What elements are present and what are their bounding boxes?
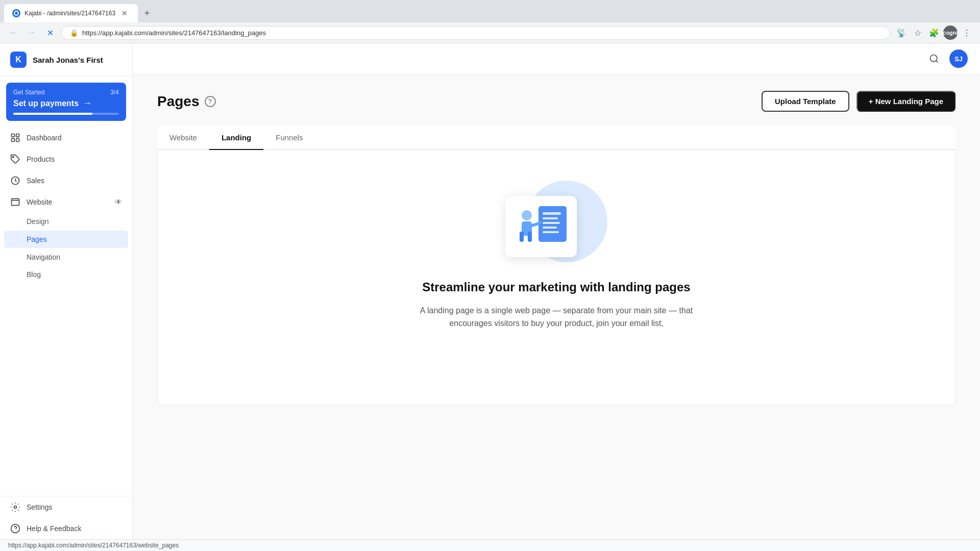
- get-started-label-row: Get Started 3/4: [13, 89, 119, 96]
- progress-bar: [13, 113, 119, 115]
- svg-rect-6: [12, 198, 19, 205]
- svg-point-9: [930, 55, 937, 62]
- user-avatar[interactable]: SJ: [949, 49, 968, 68]
- sidebar-header: K Sarah Jonas's First: [0, 43, 132, 77]
- help-tooltip-icon[interactable]: ?: [205, 96, 216, 107]
- main-content: SJ Pages ? Upload Template + New Landing…: [133, 43, 980, 539]
- design-label: Design: [27, 217, 49, 226]
- sidebar-item-sales[interactable]: Sales: [0, 170, 132, 191]
- app-logo-text: K: [15, 55, 21, 64]
- svg-rect-11: [543, 212, 561, 215]
- sidebar-bottom: Settings Help & Feedback: [0, 496, 132, 539]
- svg-rect-15: [543, 231, 559, 233]
- lock-icon: 🔒: [70, 29, 78, 37]
- sidebar-subitem-pages[interactable]: Pages: [4, 231, 128, 248]
- illustration: [505, 181, 607, 262]
- get-started-action: Set up payments: [13, 99, 79, 108]
- svg-rect-13: [543, 222, 560, 224]
- pages-label: Pages: [27, 235, 47, 243]
- progress-fill: [13, 113, 92, 115]
- blog-label: Blog: [27, 270, 41, 279]
- svg-rect-3: [16, 139, 19, 142]
- sidebar-subitem-blog[interactable]: Blog: [0, 266, 132, 283]
- empty-state-description: A landing page is a single web page — se…: [403, 304, 709, 330]
- svg-rect-18: [520, 232, 524, 242]
- back-button[interactable]: ←: [6, 26, 20, 40]
- empty-state-title: Streamline your marketing with landing p…: [422, 279, 690, 296]
- address-bar[interactable]: 🔒 https://app.kajabi.com/admin/sites/214…: [61, 26, 890, 40]
- sales-label: Sales: [27, 177, 44, 185]
- tabs-content-container: Website Landing Funnels: [157, 126, 955, 405]
- website-sub-nav: Design Pages Navigation Blog: [0, 213, 132, 283]
- sidebar-item-help[interactable]: Help & Feedback: [0, 518, 132, 539]
- svg-rect-1: [16, 134, 19, 137]
- forward-button[interactable]: →: [24, 26, 39, 40]
- bookmark-icon[interactable]: ☆: [911, 26, 925, 40]
- get-started-main: Set up payments →: [13, 98, 119, 109]
- profile-button[interactable]: Incognito: [943, 26, 958, 40]
- sidebar-item-dashboard[interactable]: Dashboard: [0, 127, 132, 148]
- browser-tabs-bar: Kajabi - /admin/sites/2147647163 ✕ +: [0, 0, 980, 22]
- tab-close-icon[interactable]: ✕: [119, 8, 130, 18]
- svg-rect-0: [12, 134, 15, 137]
- sidebar-item-products[interactable]: Products: [0, 148, 132, 170]
- svg-rect-19: [528, 232, 532, 242]
- website-label: Website: [27, 198, 109, 206]
- status-url: https://app.kajabi.com/admin/sites/21476…: [8, 542, 179, 549]
- top-bar: SJ: [133, 43, 980, 74]
- tab-website[interactable]: Website: [157, 126, 209, 150]
- new-landing-page-button[interactable]: + New Landing Page: [856, 91, 955, 112]
- settings-icon: [10, 502, 20, 512]
- browser-chrome: Kajabi - /admin/sites/2147647163 ✕ + ← →…: [0, 0, 980, 43]
- search-button[interactable]: [925, 49, 943, 68]
- empty-state: Streamline your marketing with landing p…: [403, 181, 709, 330]
- content-area: Streamline your marketing with landing p…: [157, 150, 955, 405]
- dashboard-label: Dashboard: [27, 134, 62, 142]
- tab-title: Kajabi - /admin/sites/2147647163: [24, 10, 115, 17]
- app-logo-icon[interactable]: K: [10, 52, 27, 68]
- get-started-banner[interactable]: Get Started 3/4 Set up payments →: [6, 83, 126, 121]
- svg-point-4: [13, 157, 14, 158]
- user-initials: SJ: [954, 55, 963, 63]
- browser-toolbar: ← → ✕ 🔒 https://app.kajabi.com/admin/sit…: [0, 22, 980, 43]
- tab-funnels[interactable]: Funnels: [263, 126, 315, 150]
- dashboard-icon: [10, 133, 20, 143]
- sidebar-scroll: K Sarah Jonas's First Get Started 3/4 Se…: [0, 43, 132, 496]
- get-started-progress: 3/4: [110, 89, 119, 96]
- sidebar: K Sarah Jonas's First Get Started 3/4 Se…: [0, 43, 133, 539]
- landing-illustration-svg: [510, 201, 572, 252]
- reload-button[interactable]: ✕: [43, 26, 57, 40]
- svg-rect-2: [12, 139, 15, 142]
- page-title-row: Pages ?: [157, 93, 216, 110]
- help-icon: [10, 523, 20, 534]
- eye-icon[interactable]: 👁: [115, 198, 122, 206]
- svg-rect-12: [543, 217, 558, 219]
- products-icon: [10, 154, 20, 164]
- status-bar: https://app.kajabi.com/admin/sites/21476…: [0, 539, 980, 551]
- illus-card: [505, 196, 577, 257]
- settings-label: Settings: [27, 503, 53, 511]
- sidebar-subitem-design[interactable]: Design: [0, 213, 132, 230]
- svg-point-7: [14, 506, 17, 509]
- sales-icon: [10, 176, 20, 186]
- products-label: Products: [27, 155, 55, 163]
- cast-icon[interactable]: 📡: [894, 26, 909, 40]
- tabs-bar: Website Landing Funnels: [157, 126, 955, 150]
- navigation-label: Navigation: [27, 253, 60, 261]
- website-icon: [10, 197, 20, 207]
- tab-landing[interactable]: Landing: [209, 126, 263, 150]
- new-tab-button[interactable]: +: [140, 6, 154, 20]
- active-tab[interactable]: Kajabi - /admin/sites/2147647163 ✕: [4, 4, 138, 22]
- page-title: Pages: [157, 93, 200, 110]
- page-header: Pages ? Upload Template + New Landing Pa…: [157, 91, 955, 112]
- app-name: Sarah Jonas's First: [33, 56, 103, 64]
- svg-rect-14: [543, 227, 557, 229]
- sidebar-subitem-navigation[interactable]: Navigation: [0, 248, 132, 266]
- sidebar-item-website[interactable]: Website 👁: [0, 191, 132, 213]
- page-content: Pages ? Upload Template + New Landing Pa…: [133, 74, 980, 421]
- upload-template-button[interactable]: Upload Template: [762, 91, 849, 112]
- get-started-label: Get Started: [13, 89, 44, 96]
- sidebar-item-settings[interactable]: Settings: [0, 496, 132, 518]
- menu-icon[interactable]: ⋮: [960, 26, 974, 40]
- tab-favicon-icon: [12, 9, 20, 17]
